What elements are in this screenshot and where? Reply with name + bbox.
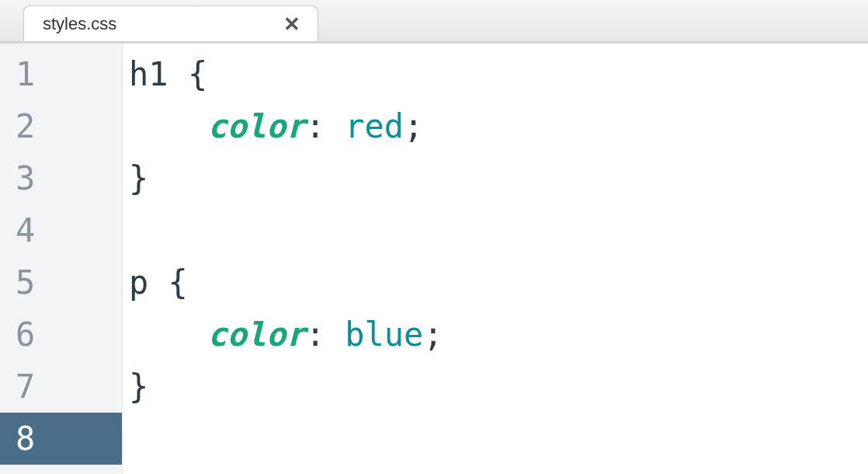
line-number[interactable]: 7 xyxy=(0,361,122,413)
code-line[interactable]: } xyxy=(123,152,868,204)
code-line[interactable] xyxy=(123,204,868,256)
line-number[interactable]: 2 xyxy=(0,100,122,152)
token: : xyxy=(306,107,325,145)
token: { xyxy=(188,55,207,93)
token: { xyxy=(168,263,188,301)
tab-file[interactable]: styles.css ✕ xyxy=(23,5,318,41)
token: p xyxy=(129,263,148,301)
token xyxy=(325,315,345,354)
token xyxy=(129,315,207,354)
code-line[interactable]: } xyxy=(123,361,868,413)
line-number[interactable]: 4 xyxy=(0,204,122,256)
tab-bar: styles.css ✕ xyxy=(0,0,868,42)
token: h1 xyxy=(129,55,168,93)
token: red xyxy=(345,107,404,145)
token: ; xyxy=(404,107,423,145)
line-number[interactable]: 3 xyxy=(0,152,122,204)
line-number[interactable]: 6 xyxy=(0,308,122,361)
token: } xyxy=(129,368,148,406)
tab-filename: styles.css xyxy=(43,14,116,34)
code-line[interactable]: h1 { xyxy=(123,48,868,100)
token xyxy=(148,263,168,301)
token: color xyxy=(207,107,305,145)
code-line[interactable] xyxy=(123,413,868,465)
token: blue xyxy=(345,315,423,354)
code-area[interactable]: h1 { color: red;}p { color: blue;} xyxy=(123,44,868,474)
line-number[interactable]: 5 xyxy=(0,256,122,308)
line-gutter: 12345678 xyxy=(0,44,123,474)
code-line[interactable]: color: blue; xyxy=(123,308,868,361)
token: } xyxy=(129,159,148,197)
token: ; xyxy=(423,315,443,354)
token xyxy=(129,107,207,145)
token xyxy=(168,55,188,93)
line-number[interactable]: 1 xyxy=(0,48,122,100)
line-number[interactable]: 8 xyxy=(0,413,122,465)
token: color xyxy=(207,315,305,354)
close-icon[interactable]: ✕ xyxy=(283,14,300,34)
token: : xyxy=(306,315,325,354)
code-line[interactable]: p { xyxy=(123,256,868,308)
token xyxy=(325,107,345,145)
editor: 12345678 h1 { color: red;}p { color: blu… xyxy=(0,42,868,474)
code-line[interactable]: color: red; xyxy=(123,100,868,152)
